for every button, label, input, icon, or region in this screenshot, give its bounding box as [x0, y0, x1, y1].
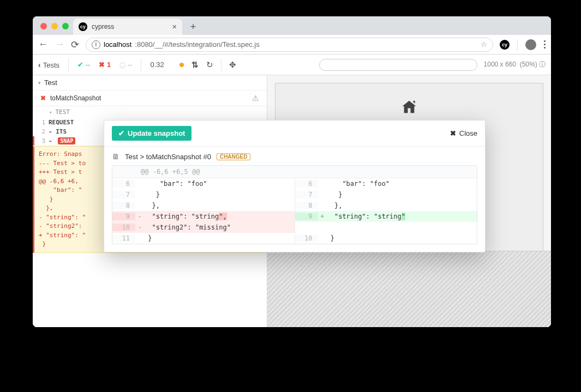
diff-viewer: @@ -6,6 +6,5 @@ 6 "bar": "foo"7 }8 },9- … [112, 165, 477, 244]
zoom-window-icon[interactable] [62, 23, 69, 29]
suite-title: Test [44, 79, 57, 87]
new-tab-button[interactable]: + [185, 19, 201, 34]
browser-window: cy cypress × + ← → ⟳ i localhost:8080/__… [33, 16, 551, 327]
fail-icon: ✖ [40, 94, 46, 102]
resize-gutter [267, 251, 551, 327]
diff-line: 11 } [112, 233, 295, 244]
diff-line: 8 }, [112, 200, 295, 211]
cypress-extension-icon[interactable]: cy [500, 40, 510, 50]
toolbar-right: cy [500, 39, 546, 50]
diff-line: 10 } [295, 233, 477, 244]
diff-line: 8 }, [295, 200, 477, 211]
close-icon: ✖ [450, 129, 456, 137]
snapshot-diff-popover: ✔ Update snapshot ✖ Close 🗎 Test > toMat… [104, 120, 486, 252]
url-path: :8080/__/#/tests/integration/Test.spec.j… [135, 40, 259, 49]
duration: 0.32 [150, 61, 164, 69]
forward-icon: → [55, 39, 64, 50]
diff-line: 10- "string2": "missing" [112, 222, 295, 233]
pending-count: ◌ -- [119, 61, 132, 69]
test-row[interactable]: ✖ toMatchSnapshot ⚠ [33, 91, 267, 106]
selector-playground-icon[interactable]: ✥ [229, 60, 236, 70]
diff-line: 9+ "string": "string" [295, 211, 477, 222]
home-icon [401, 100, 417, 118]
diff-line: 9- "string": "string", [112, 211, 295, 222]
diff-line [295, 222, 477, 233]
check-icon: ✔ [118, 129, 124, 137]
browser-toolbar: ← → ⟳ i localhost:8080/__/#/tests/integr… [33, 35, 551, 55]
passed-count: ✔ -- [77, 61, 90, 69]
close-tab-icon[interactable]: × [172, 22, 177, 31]
window-controls [37, 23, 73, 35]
aut-url-input[interactable] [319, 59, 477, 71]
tests-back-button[interactable]: ‹Tests [38, 61, 59, 69]
minimize-window-icon[interactable] [51, 23, 58, 29]
site-info-icon[interactable]: i [92, 40, 100, 49]
restart-icon[interactable]: ↻ [206, 60, 213, 70]
close-window-icon[interactable] [40, 23, 47, 29]
browser-tab[interactable]: cy cypress × [73, 19, 182, 35]
document-icon: 🗎 [112, 152, 119, 161]
test-title: toMatchSnapshot [50, 94, 101, 102]
diff-line: 7 } [112, 189, 295, 200]
runner-header: ‹Tests ✔ -- ✖ 1 ◌ -- 0.32 ⇅ ↻ ✥ 1000 x 6… [33, 55, 551, 75]
reload-icon[interactable]: ⟳ [71, 39, 79, 51]
failed-count: ✖ 1 [99, 61, 111, 69]
diff-line: 6 "bar": "foo" [295, 178, 477, 189]
kebab-menu-icon[interactable] [544, 40, 546, 49]
diff-line: 7 } [295, 189, 477, 200]
cypress-favicon-icon: cy [79, 22, 87, 31]
star-icon[interactable]: ☆ [481, 40, 487, 49]
suite-header[interactable]: ▾ Test [33, 75, 267, 91]
profile-icon[interactable] [525, 39, 536, 50]
back-icon[interactable]: ← [38, 39, 48, 50]
diff-after: 6 "bar": "foo"7 }8 },9+ "string": "strin… [295, 178, 477, 244]
snapshot-name: Test > toMatchSnapshot #0 [125, 153, 211, 161]
status-dot-icon [179, 63, 184, 67]
viewport-info[interactable]: 1000 x 660 (50%) ⓘ [484, 60, 546, 69]
close-popover-button[interactable]: ✖ Close [450, 129, 477, 137]
changed-badge: CHANGED [217, 153, 251, 160]
section-label: TEST [55, 108, 70, 116]
address-bar[interactable]: i localhost:8080/__/#/tests/integration/… [86, 38, 493, 52]
tab-strip: cy cypress × + [33, 16, 551, 35]
auto-scroll-icon[interactable]: ⇅ [191, 60, 199, 70]
diff-before: 6 "bar": "foo"7 }8 },9- "string": "strin… [112, 178, 295, 244]
tab-title: cypress [92, 23, 114, 31]
url-host: localhost [104, 40, 131, 49]
update-snapshot-button[interactable]: ✔ Update snapshot [112, 126, 191, 141]
diff-hunk-header: @@ -6,6 +6,5 @@ [112, 166, 477, 178]
diff-line: 6 "bar": "foo" [112, 178, 295, 189]
caret-down-icon: ▾ [38, 80, 41, 86]
warning-icon[interactable]: ⚠ [252, 94, 259, 102]
